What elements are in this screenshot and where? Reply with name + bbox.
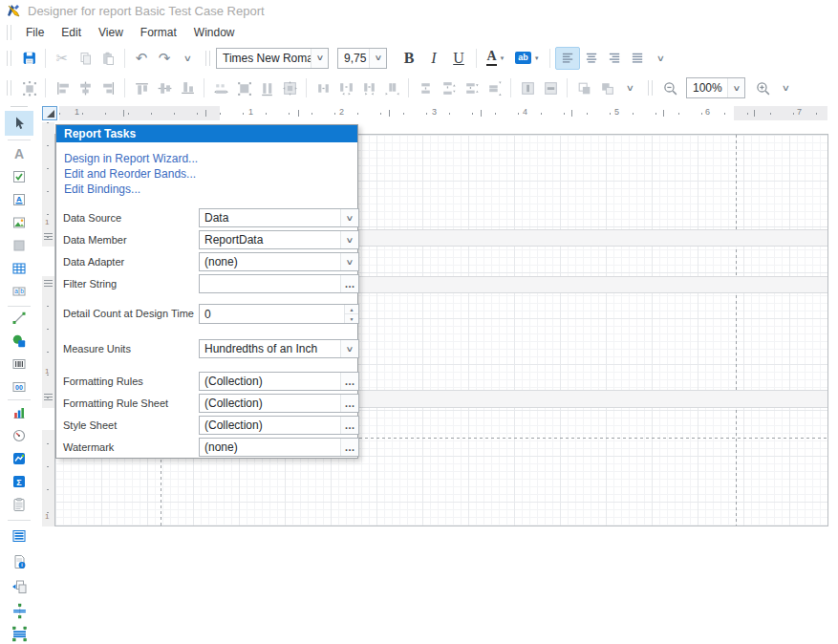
align-centers-button[interactable] xyxy=(74,76,97,99)
align-tops-button[interactable] xyxy=(130,76,153,99)
toolbox-character-comb[interactable]: a b xyxy=(7,281,32,302)
detail-count-spinner[interactable]: 0 ▲ ▼ xyxy=(199,304,359,324)
toolbox-gauge[interactable] xyxy=(7,425,32,446)
measure-units-dropdown[interactable]: Hundredths of an Inch ∨ xyxy=(199,339,359,358)
highlight-color-button[interactable]: ab ▼ xyxy=(510,47,545,70)
undo-redo-menu-button[interactable]: ∨ xyxy=(176,47,199,70)
same-width-button[interactable] xyxy=(209,76,232,99)
send-to-back-button[interactable] xyxy=(595,76,618,99)
chevron-down-icon[interactable]: ∨ xyxy=(369,49,386,68)
copy-button[interactable] xyxy=(74,47,97,70)
chevron-down-icon[interactable]: ∨ xyxy=(340,253,358,270)
chevron-down-icon[interactable]: ∨ xyxy=(340,209,358,226)
align-rights-button[interactable] xyxy=(97,76,119,99)
justify-button[interactable] xyxy=(626,47,649,70)
toolbox-table-of-contents[interactable] xyxy=(7,526,32,547)
align-right-button[interactable] xyxy=(603,47,626,70)
toolbox-checkbox[interactable] xyxy=(7,166,32,187)
toolbox-cross-band-line[interactable] xyxy=(7,600,32,621)
save-button[interactable] xyxy=(17,47,40,70)
cut-button[interactable]: ✂ xyxy=(51,47,74,70)
ellipsis-button[interactable]: … xyxy=(340,417,358,434)
menu-format[interactable]: Format xyxy=(132,23,185,42)
align-lefts-button[interactable] xyxy=(51,76,74,99)
data-member-dropdown[interactable]: ReportData ∨ xyxy=(199,230,359,249)
zoom-in-button[interactable] xyxy=(751,76,774,99)
menu-view[interactable]: View xyxy=(90,23,132,42)
menu-file[interactable]: File xyxy=(17,23,53,42)
h-spacing-increase-button[interactable] xyxy=(334,76,357,99)
formatting-rule-sheet-editor[interactable]: (Collection) … xyxy=(199,394,359,413)
watermark-editor[interactable]: (none) … xyxy=(199,438,359,457)
snap-to-grid-button[interactable] xyxy=(17,76,40,99)
same-height-button[interactable] xyxy=(255,76,278,99)
toolbox-label[interactable]: A xyxy=(7,143,32,164)
bring-to-front-button[interactable] xyxy=(572,76,595,99)
toolbox-cross-band-box[interactable] xyxy=(7,623,32,644)
toolbox-picture[interactable] xyxy=(7,212,32,233)
link-edit-bindings[interactable]: Edit Bindings... xyxy=(64,182,140,196)
underline-button[interactable]: U xyxy=(446,47,471,70)
v-spacing-increase-button[interactable] xyxy=(437,76,460,99)
toolbox-chart[interactable] xyxy=(7,402,32,423)
ellipsis-button[interactable]: … xyxy=(340,395,358,412)
align-middles-button[interactable] xyxy=(153,76,176,99)
ellipsis-button[interactable]: … xyxy=(340,439,358,456)
alignment-menu-button[interactable]: ∨ xyxy=(649,47,672,70)
redo-button[interactable]: ↷ xyxy=(153,47,176,70)
chevron-down-icon[interactable]: ∨ xyxy=(311,49,328,68)
link-design-in-report-wizard[interactable]: Design in Report Wizard... xyxy=(64,152,198,165)
toolbox-subreport[interactable] xyxy=(7,494,32,515)
italic-button[interactable]: I xyxy=(421,47,446,70)
center-vertically-button[interactable] xyxy=(539,76,562,99)
style-sheet-editor[interactable]: (Collection) … xyxy=(199,416,359,435)
toolbox-zipcode[interactable]: 00 xyxy=(7,376,32,397)
toolbox-line[interactable] xyxy=(7,308,32,329)
zoom-menu-button[interactable]: ∨ xyxy=(774,76,797,99)
font-size-combo[interactable]: 9,75 ∨ xyxy=(337,48,387,69)
v-spacing-equal-button[interactable] xyxy=(414,76,437,99)
font-color-button[interactable]: A ▼ xyxy=(482,47,510,70)
toolbox-sparkline[interactable] xyxy=(7,448,32,469)
band-splitter-icon[interactable] xyxy=(44,233,53,241)
toolbox-table[interactable] xyxy=(7,258,32,279)
toolbox-page-info[interactable]: i xyxy=(7,551,32,572)
spin-down-icon[interactable]: ▼ xyxy=(345,314,358,323)
toolbox-pivot-grid[interactable]: Σ xyxy=(7,471,32,492)
data-source-dropdown[interactable]: Data ∨ xyxy=(199,208,359,227)
ruler-corner-button[interactable] xyxy=(42,106,57,120)
h-spacing-remove-button[interactable] xyxy=(380,76,403,99)
chevron-down-icon[interactable]: ∨ xyxy=(340,231,358,248)
same-size-button[interactable] xyxy=(278,76,301,99)
align-bottoms-button[interactable] xyxy=(176,76,199,99)
align-left-button[interactable] xyxy=(555,47,580,70)
report-tasks-header[interactable]: Report Tasks xyxy=(56,125,357,142)
toolbox-panel[interactable] xyxy=(7,235,32,256)
formatting-rules-editor[interactable]: (Collection) … xyxy=(199,372,359,391)
spin-up-icon[interactable]: ▲ xyxy=(345,305,358,314)
zoom-out-button[interactable] xyxy=(658,76,681,99)
font-name-combo[interactable]: Times New Roman ∨ xyxy=(216,48,329,69)
size-to-grid-button[interactable] xyxy=(232,76,255,99)
h-spacing-decrease-button[interactable] xyxy=(357,76,380,99)
order-menu-button[interactable]: ∨ xyxy=(618,76,641,99)
toolbox-shape[interactable] xyxy=(7,331,32,352)
v-spacing-remove-button[interactable] xyxy=(483,76,505,99)
v-spacing-decrease-button[interactable] xyxy=(460,76,483,99)
menu-edit[interactable]: Edit xyxy=(53,23,90,42)
link-edit-and-reorder-bands[interactable]: Edit and Reorder Bands... xyxy=(64,167,196,181)
align-center-button[interactable] xyxy=(580,47,603,70)
toolbox-page-break[interactable] xyxy=(7,576,32,597)
undo-button[interactable]: ↶ xyxy=(130,47,153,70)
toolbox-pointer[interactable] xyxy=(5,111,33,136)
ellipsis-button[interactable]: … xyxy=(340,275,358,292)
band-splitter-icon[interactable] xyxy=(44,280,53,288)
band-splitter-icon[interactable] xyxy=(44,394,53,401)
ellipsis-button[interactable]: … xyxy=(340,373,358,390)
bold-button[interactable]: B xyxy=(397,47,421,70)
chevron-down-icon[interactable]: ∨ xyxy=(340,340,358,357)
h-spacing-equal-button[interactable] xyxy=(312,76,334,99)
paste-button[interactable] xyxy=(97,47,119,70)
toolbox-barcode[interactable] xyxy=(7,354,32,375)
menu-window[interactable]: Window xyxy=(185,23,244,42)
